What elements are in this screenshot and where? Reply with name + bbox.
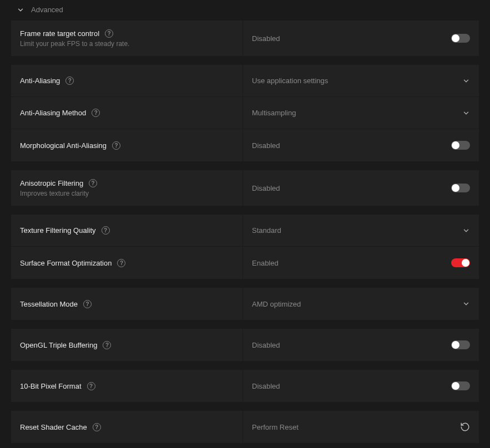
frame-rate-sublabel: Limit your peak FPS to a steady rate. (20, 40, 234, 48)
frame-rate-label: Frame rate target control (20, 29, 99, 38)
pixel-format-row: 10-Bit Pixel Format ? Disabled (11, 370, 479, 402)
help-icon[interactable]: ? (83, 300, 92, 308)
tessellation-value: AMD optimized (252, 300, 301, 308)
reset-shader-value: Perform Reset (252, 423, 299, 431)
morph-aa-value: Disabled (252, 141, 280, 150)
help-icon[interactable]: ? (117, 259, 125, 267)
help-icon[interactable]: ? (102, 226, 110, 235)
anti-aliasing-method-row[interactable]: Anti-Aliasing Method ? Multisampling (11, 97, 479, 129)
reset-icon[interactable] (460, 422, 470, 432)
opengl-triple-toggle[interactable] (451, 340, 470, 349)
morph-aa-label: Morphological Anti-Aliasing (20, 141, 107, 150)
anti-aliasing-label: Anti-Aliasing (20, 77, 60, 85)
reset-shader-row[interactable]: Reset Shader Cache ? Perform Reset (11, 411, 479, 443)
anisotropic-row: Anisotropic Filtering ? Improves texture… (11, 170, 479, 206)
chevron-down-icon[interactable] (462, 77, 470, 85)
help-icon[interactable]: ? (65, 77, 74, 85)
surface-format-value: Enabled (252, 259, 279, 267)
help-icon[interactable]: ? (105, 29, 113, 38)
chevron-down-icon[interactable] (462, 227, 470, 235)
opengl-triple-value: Disabled (252, 341, 280, 349)
help-icon[interactable]: ? (112, 141, 120, 150)
anti-aliasing-row[interactable]: Anti-Aliasing ? Use application settings (11, 65, 479, 97)
help-icon[interactable]: ? (87, 382, 95, 390)
chevron-down-icon (17, 6, 24, 14)
reset-shader-label: Reset Shader Cache (20, 423, 87, 431)
section-header[interactable]: Advanced (0, 0, 490, 21)
frame-rate-value: Disabled (252, 34, 280, 43)
anisotropic-toggle[interactable] (451, 184, 470, 192)
texture-quality-row[interactable]: Texture Filtering Quality ? Standard (11, 215, 479, 247)
anti-aliasing-value: Use application settings (252, 77, 328, 85)
chevron-down-icon[interactable] (462, 109, 470, 117)
tessellation-label: Tessellation Mode (20, 300, 78, 308)
anisotropic-value: Disabled (252, 184, 280, 192)
help-icon[interactable]: ? (103, 341, 111, 349)
morph-aa-toggle[interactable] (451, 141, 470, 150)
surface-format-row: Surface Format Optimization ? Enabled (11, 247, 479, 279)
opengl-triple-label: OpenGL Triple Buffering (20, 341, 97, 349)
frame-rate-toggle[interactable] (451, 34, 470, 43)
help-icon[interactable]: ? (93, 423, 101, 431)
tessellation-row[interactable]: Tessellation Mode ? AMD optimized (11, 288, 479, 320)
surface-format-label: Surface Format Optimization (20, 259, 112, 267)
frame-rate-target-row: Frame rate target control ? Limit your p… (11, 21, 479, 56)
anisotropic-label: Anisotropic Filtering (20, 179, 83, 187)
surface-format-toggle[interactable] (451, 258, 470, 267)
anti-aliasing-method-value: Multisampling (252, 109, 296, 117)
anti-aliasing-method-label: Anti-Aliasing Method (20, 109, 86, 117)
help-icon[interactable]: ? (89, 179, 97, 187)
help-icon[interactable]: ? (92, 109, 100, 117)
morph-aa-row: Morphological Anti-Aliasing ? Disabled (11, 129, 479, 161)
section-title: Advanced (31, 6, 63, 14)
anisotropic-sublabel: Improves texture clarity (20, 190, 234, 197)
opengl-triple-row: OpenGL Triple Buffering ? Disabled (11, 329, 479, 361)
pixel-format-label: 10-Bit Pixel Format (20, 382, 82, 390)
texture-quality-value: Standard (252, 226, 281, 235)
chevron-down-icon[interactable] (462, 300, 470, 308)
texture-quality-label: Texture Filtering Quality (20, 226, 96, 235)
pixel-format-toggle[interactable] (451, 381, 470, 390)
pixel-format-value: Disabled (252, 382, 280, 390)
